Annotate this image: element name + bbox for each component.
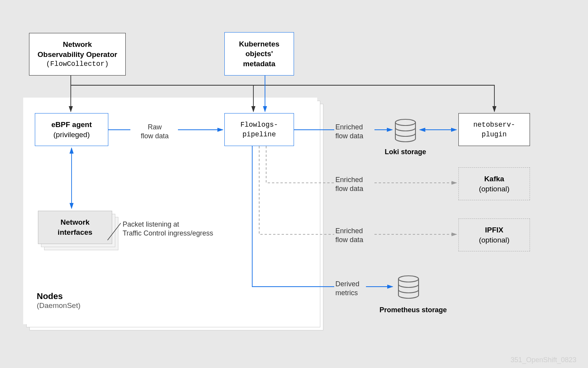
loki-label: Loki storage [378,148,432,156]
raw-label: Raw flow data [132,123,178,141]
k8s-line1: Kubernetes [239,39,280,49]
prometheus-cylinder-icon [398,276,419,298]
enriched1-label: Enriched flow data [335,123,374,141]
ebpf-line2: (privileged) [53,130,90,140]
netif-box: Network interfaces [38,211,112,244]
operator-line1: Network [63,40,92,50]
ebpf-line1: eBPF agent [51,120,92,130]
nodes-caption: Nodes (DaemonSet) [37,291,80,310]
pipeline-line1: Flowlogs- [240,120,278,129]
loki-cylinder-icon [395,119,415,142]
kafka-line1: Kafka [484,174,504,184]
ipfix-line1: IPFIX [485,225,504,235]
pipeline-box: Flowlogs- pipeline [224,113,294,146]
svg-point-1 [398,276,419,282]
enriched2-label: Enriched flow data [335,175,374,194]
derived-label: Derived metrics [335,280,374,298]
k8s-box: Kubernetes objects' metadata [224,32,294,76]
ipfix-line2: (optional) [479,235,509,245]
kafka-line2: (optional) [479,184,509,194]
operator-line3: (FlowCollector) [46,59,109,69]
plugin-line2: plugin [482,130,507,139]
pipeline-line2: pipeline [243,130,276,139]
watermark: 351_OpenShift_0823 [511,356,576,364]
enriched3-label: Enriched flow data [335,227,374,245]
prometheus-label: Prometheus storage [374,306,452,314]
kafka-box: Kafka (optional) [458,167,530,200]
ipfix-box: IPFIX (optional) [458,218,530,251]
operator-line2: Observability Operator [38,50,117,60]
plugin-line1: netobserv- [473,120,515,129]
packet-label: Packet listening at Traffic Control ingr… [123,220,239,238]
k8s-line3: metadata [243,59,275,69]
operator-box: Network Observability Operator (FlowColl… [29,33,126,76]
k8s-line2: objects' [245,49,273,59]
ebpf-box: eBPF agent (privileged) [35,113,108,146]
netif-line1: Network [61,217,90,227]
svg-point-0 [395,119,415,126]
netif-line2: interfaces [58,227,92,237]
plugin-box: netobserv- plugin [458,113,530,146]
